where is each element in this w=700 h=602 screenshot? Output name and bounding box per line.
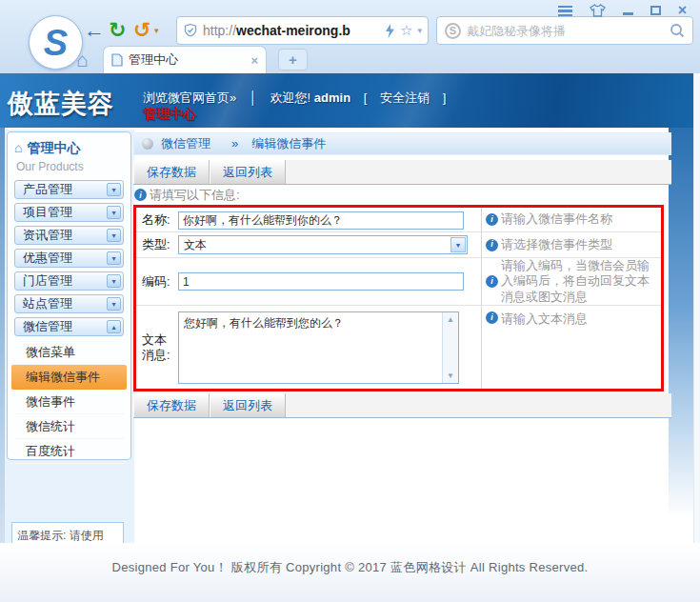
breadcrumb-page: 编辑微信事件 bbox=[251, 133, 326, 154]
search-magnifier-icon[interactable] bbox=[670, 23, 685, 38]
back-button[interactable]: ← bbox=[84, 17, 105, 44]
chevron-up-icon[interactable]: ▴ bbox=[107, 320, 121, 333]
form-row-code: 编码: i 请输入编码，当微信会员输入编码后，将自动回复文本消息或图文消息 bbox=[136, 258, 661, 306]
lightning-icon[interactable] bbox=[385, 24, 395, 38]
back-to-list-button[interactable]: 返回列表 bbox=[210, 393, 286, 417]
sidebar-item-product-mgmt[interactable]: 产品管理 ▾ bbox=[14, 180, 124, 199]
save-button[interactable]: 保存数据 bbox=[133, 160, 210, 184]
tab-close-icon[interactable]: × bbox=[250, 53, 258, 68]
event-code-input[interactable] bbox=[178, 272, 464, 291]
window-controls: × bbox=[558, 4, 687, 17]
sidebar: ⌂管理中心 Our Products 产品管理 ▾ 项目管理 ▾ 资讯管理 ▾ … bbox=[5, 130, 134, 543]
url-scheme: http:// bbox=[203, 23, 236, 38]
chevron-down-icon[interactable]: ▾ bbox=[107, 229, 121, 242]
sidebar-panel: ⌂管理中心 Our Products 产品管理 ▾ 项目管理 ▾ 资讯管理 ▾ … bbox=[7, 131, 131, 460]
text-message-textarea[interactable]: 您好啊，有什么能帮到您的么？ bbox=[179, 312, 458, 383]
info-icon: i bbox=[486, 311, 498, 324]
field-label-text-message: 文本消息: bbox=[136, 332, 174, 362]
bookmark-star-icon[interactable]: ☆ bbox=[400, 22, 412, 39]
copyright-text: Designed For You！ 版权所有 Copyright © 2017 … bbox=[0, 559, 700, 576]
welcome-text: 欢迎您! bbox=[270, 90, 311, 105]
form-row-type: 类型: 文本 ▼ i 请选择微信事件类型 bbox=[136, 232, 661, 258]
sidebar-subitem-wechat-stats[interactable]: 微信统计 bbox=[14, 414, 124, 439]
chevron-down-icon[interactable]: ▾ bbox=[107, 274, 121, 288]
address-bar[interactable]: http://wechat-meirong.b ☆ ▾ bbox=[176, 16, 429, 45]
search-input[interactable] bbox=[467, 24, 664, 38]
page-scrollbar[interactable] bbox=[693, 73, 700, 602]
form-row-text-message: 文本消息: 您好啊，有什么能帮到您的么？ ▲ ▼ i 请输入文本消息 bbox=[136, 306, 661, 389]
logout-link[interactable]: 安全注销 bbox=[380, 90, 430, 105]
tab-admin-center[interactable]: 管理中心 × bbox=[103, 46, 267, 73]
browser-logo-letter: S bbox=[44, 25, 68, 61]
header-top-line: 浏览微官网首页» │ 欢迎您! admin [ 安全注销 ] bbox=[143, 90, 455, 107]
header-divider: │ bbox=[250, 90, 257, 105]
info-icon: i bbox=[134, 189, 147, 201]
menu-icon[interactable] bbox=[558, 6, 572, 16]
annotation-red-box: 名称: i 请输入微信事件名称 类型: 文本 ▼ bbox=[133, 205, 664, 391]
site-logo: 傲蓝美容 bbox=[8, 87, 114, 121]
maximize-icon[interactable] bbox=[650, 6, 661, 15]
scroll-up-icon[interactable]: ▲ bbox=[443, 315, 458, 324]
field-label-name: 名称: bbox=[136, 212, 174, 228]
minimize-icon[interactable] bbox=[623, 12, 633, 15]
chevron-down-icon[interactable]: ▾ bbox=[107, 251, 121, 265]
breadcrumb-sphere-icon bbox=[142, 138, 153, 150]
back-to-list-button[interactable]: 返回列表 bbox=[210, 160, 286, 184]
sidebar-products-label: Our Products bbox=[16, 160, 124, 173]
sidebar-item-wechat-mgmt[interactable]: 微信管理 ▴ bbox=[14, 317, 124, 336]
new-tab-button[interactable]: + bbox=[278, 49, 308, 70]
hint-code: i 请输入编码，当微信会员输入编码后，将自动回复文本消息或图文消息 bbox=[481, 258, 661, 305]
select-caret-icon[interactable]: ▼ bbox=[450, 237, 466, 252]
wechat-submenu: 微信菜单 编辑微信事件 微信事件 微信统计 百度统计 bbox=[14, 340, 124, 464]
browser-logo[interactable]: S bbox=[29, 15, 83, 70]
sidebar-subitem-wechat-event[interactable]: 微信事件 bbox=[14, 390, 124, 414]
sidebar-subitem-baidu-stats[interactable]: 百度统计 bbox=[14, 439, 124, 464]
search-bar[interactable]: S bbox=[436, 16, 693, 45]
chevron-down-icon[interactable]: ▾ bbox=[107, 297, 121, 311]
event-type-select[interactable]: 文本 ▼ bbox=[178, 235, 468, 254]
page-footer: Designed For You！ 版权所有 Copyright © 2017 … bbox=[0, 543, 700, 602]
sidebar-item-site-mgmt[interactable]: 站点管理 ▾ bbox=[14, 294, 124, 313]
form-row-name: 名称: i 请输入微信事件名称 bbox=[136, 208, 661, 232]
breadcrumb-section[interactable]: 微信管理 bbox=[161, 133, 210, 154]
sidebar-subitem-edit-wechat-event[interactable]: 编辑微信事件 bbox=[11, 365, 127, 390]
sidebar-item-news-mgmt[interactable]: 资讯管理 ▾ bbox=[14, 226, 124, 245]
site-header: 傲蓝美容 浏览微官网首页» │ 欢迎您! admin [ 安全注销 ] 管理中心 bbox=[0, 73, 693, 128]
page-right-border bbox=[669, 128, 693, 518]
chevron-down-icon[interactable]: ▾ bbox=[107, 183, 121, 196]
scroll-down-icon[interactable]: ▼ bbox=[443, 371, 458, 380]
browser-window: S ← ↻ ↺ ▾ http://wechat-meirong.b ☆ ▾ S bbox=[0, 0, 700, 602]
bracket-close: ] bbox=[443, 90, 447, 105]
hint-type: i 请选择微信事件类型 bbox=[481, 232, 661, 257]
info-icon: i bbox=[486, 213, 498, 226]
skin-shirt-icon[interactable] bbox=[590, 4, 606, 17]
undo-button[interactable]: ↺ bbox=[133, 17, 150, 44]
chevron-down-icon[interactable]: ▾ bbox=[107, 206, 121, 219]
username: admin bbox=[314, 90, 350, 105]
text-message-area: 您好啊，有什么能帮到您的么？ ▲ ▼ bbox=[178, 311, 459, 384]
header-subtitle: 管理中心 bbox=[143, 106, 196, 123]
refresh-button[interactable]: ↻ bbox=[109, 17, 126, 44]
toolbar-bottom: 保存数据 返回列表 bbox=[133, 393, 671, 418]
save-button[interactable]: 保存数据 bbox=[133, 393, 210, 417]
close-icon[interactable]: × bbox=[678, 4, 687, 17]
browse-site-link[interactable]: 浏览微官网首页» bbox=[143, 90, 236, 105]
form-instruction: i 请填写以下信息: bbox=[133, 185, 671, 205]
event-name-input[interactable] bbox=[178, 211, 464, 230]
field-label-type: 类型: bbox=[136, 237, 174, 252]
address-dropdown-caret[interactable]: ▾ bbox=[417, 26, 422, 35]
textarea-scrollbar[interactable]: ▲ ▼ bbox=[442, 312, 458, 383]
sidebar-item-store-mgmt[interactable]: 门店管理 ▾ bbox=[14, 271, 124, 291]
sidebar-item-project-mgmt[interactable]: 项目管理 ▾ bbox=[14, 203, 124, 222]
search-engine-icon: S bbox=[445, 23, 461, 39]
sidebar-title: ⌂管理中心 bbox=[14, 137, 124, 158]
breadcrumb-separator: » bbox=[231, 133, 238, 154]
sidebar-subitem-wechat-menu[interactable]: 微信菜单 bbox=[14, 340, 124, 365]
hint-name: i 请输入微信事件名称 bbox=[481, 208, 661, 231]
undo-dropdown-caret[interactable]: ▾ bbox=[154, 26, 159, 35]
tab-page-icon bbox=[111, 53, 123, 67]
sidebar-item-promo-mgmt[interactable]: 优惠管理 ▾ bbox=[14, 249, 124, 268]
info-icon: i bbox=[486, 275, 498, 288]
toolbar-top: 保存数据 返回列表 bbox=[133, 160, 671, 185]
main-content: 微信管理 » 编辑微信事件 保存数据 返回列表 i 请填写以下信息: 名称: bbox=[133, 132, 671, 418]
